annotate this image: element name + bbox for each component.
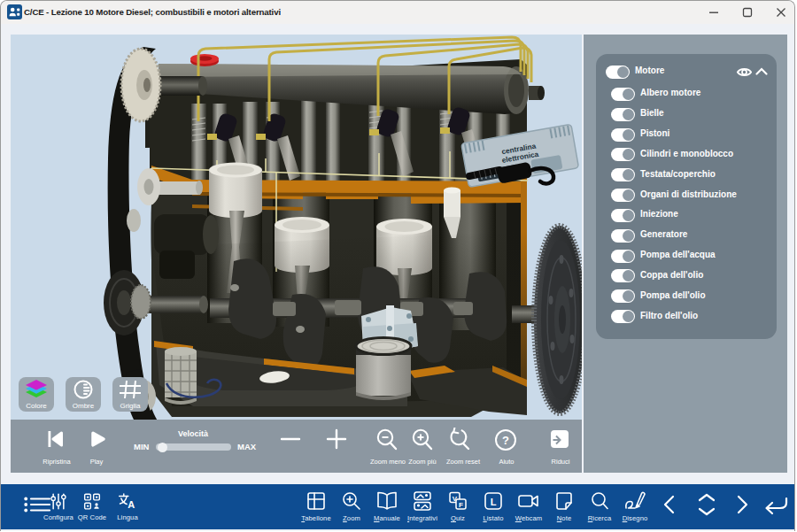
svg-text:A: A xyxy=(128,499,135,510)
svg-text:V: V xyxy=(453,495,458,503)
svg-text:?: ? xyxy=(502,434,509,447)
svg-text:F: F xyxy=(459,501,463,509)
svg-text:L: L xyxy=(491,497,497,507)
